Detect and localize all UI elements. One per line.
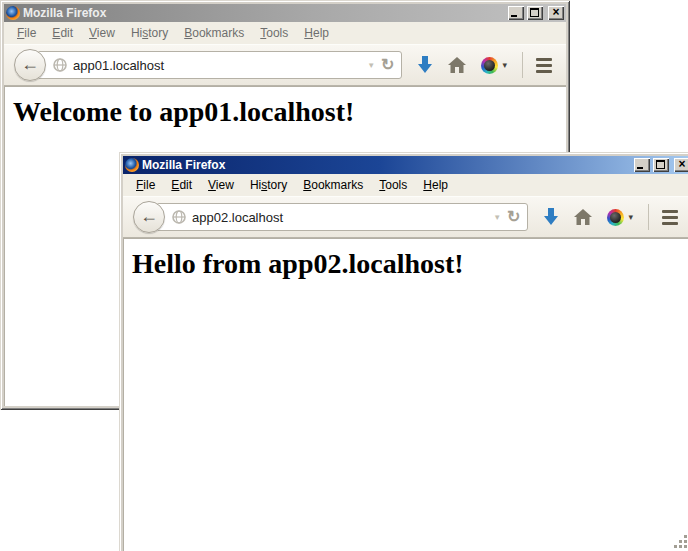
menu-edit[interactable]: Edit [163,175,200,195]
toolbar-separator [522,52,523,78]
window-app02: Mozilla Firefox × File Edit View History… [119,152,688,551]
menu-edit[interactable]: Edit [44,23,81,43]
titlebar[interactable]: Mozilla Firefox × [123,156,688,174]
menu-bookmarks[interactable]: Bookmarks [295,175,371,195]
page-content: Hello from app02.localhost! [123,238,688,551]
globe-icon [172,210,186,224]
home-button[interactable] [574,209,592,226]
url-bar[interactable]: ▼ ↻ [156,203,528,231]
home-icon [448,57,466,74]
titlebar[interactable]: Mozilla Firefox × [4,4,566,22]
url-input[interactable] [73,52,361,78]
extension-button[interactable]: ▾ [481,57,507,74]
minimize-icon [637,167,643,169]
url-input[interactable] [192,204,487,230]
close-button[interactable]: × [548,6,564,20]
minimize-button[interactable] [508,6,524,20]
menu-help[interactable]: Help [415,175,456,195]
menu-help[interactable]: Help [296,23,337,43]
back-icon: ← [140,207,158,225]
menu-view[interactable]: View [81,23,123,43]
menu-panel-button[interactable] [536,58,552,73]
page-heading: Welcome to app01.localhost! [13,96,566,128]
minimize-button[interactable] [634,158,650,172]
minimize-icon [511,15,517,17]
maximize-button[interactable] [653,158,669,172]
maximize-button[interactable] [527,6,543,20]
download-icon [417,56,433,74]
menu-bar: File Edit View History Bookmarks Tools H… [123,174,688,196]
chevron-down-icon: ▾ [502,60,507,70]
extension-icon [607,209,624,226]
reload-icon[interactable]: ↻ [381,57,394,73]
toolbar-separator [648,204,649,230]
back-button[interactable]: ← [133,201,165,233]
hamburger-icon [536,58,552,61]
url-dropdown-icon[interactable]: ▼ [493,213,501,222]
download-button[interactable] [417,56,433,74]
back-icon: ← [21,55,39,73]
download-icon [543,208,559,226]
window-title: Mozilla Firefox [23,6,505,20]
menu-file[interactable]: File [128,175,163,195]
home-button[interactable] [448,57,466,74]
navigation-toolbar: ← ▼ ↻ ▾ [123,196,688,238]
home-icon [574,209,592,226]
firefox-icon [125,158,139,172]
url-dropdown-icon[interactable]: ▼ [367,61,375,70]
resize-grip[interactable] [684,545,687,548]
page-heading: Hello from app02.localhost! [132,248,688,280]
menu-history[interactable]: History [123,23,176,43]
menu-file[interactable]: File [9,23,44,43]
maximize-icon [656,160,665,169]
firefox-icon [6,6,20,20]
extension-icon [481,57,498,74]
hamburger-icon [662,210,678,213]
close-icon: × [548,5,564,19]
menu-tools[interactable]: Tools [252,23,296,43]
download-button[interactable] [543,208,559,226]
close-button[interactable]: × [674,158,688,172]
menu-bookmarks[interactable]: Bookmarks [176,23,252,43]
menu-view[interactable]: View [200,175,242,195]
back-button[interactable]: ← [14,49,46,81]
reload-icon[interactable]: ↻ [507,209,520,225]
url-bar[interactable]: ▼ ↻ [37,51,402,79]
menu-bar: File Edit View History Bookmarks Tools H… [4,22,566,44]
menu-panel-button[interactable] [662,210,678,225]
globe-icon [53,58,67,72]
close-icon: × [674,157,688,171]
maximize-icon [530,8,539,17]
menu-history[interactable]: History [242,175,295,195]
chevron-down-icon: ▾ [628,212,633,222]
window-title: Mozilla Firefox [142,158,631,172]
extension-button[interactable]: ▾ [607,209,633,226]
menu-tools[interactable]: Tools [371,175,415,195]
navigation-toolbar: ← ▼ ↻ ▾ [4,44,566,86]
